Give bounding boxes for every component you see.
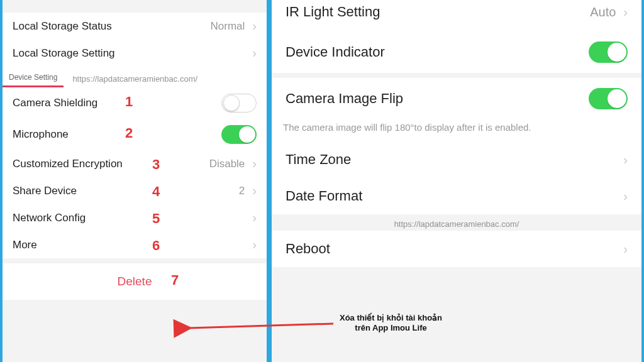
chevron-right-icon: › xyxy=(252,184,257,198)
chevron-right-icon: › xyxy=(252,19,257,33)
chevron-right-icon: › xyxy=(623,189,628,204)
tab-bar: Device Setting https://lapdatcameramienb… xyxy=(3,67,267,87)
annotation-number-2: 2 xyxy=(125,125,133,141)
ir-light-row[interactable]: IR Light Setting Auto › xyxy=(272,0,641,31)
chevron-right-icon: › xyxy=(252,156,257,171)
local-storage-status-value: Normal xyxy=(211,20,245,33)
local-storage-status-label: Local Storage Status xyxy=(13,20,112,33)
reboot-label: Reboot xyxy=(286,241,330,257)
customized-encryption-value: Disable xyxy=(209,158,245,170)
annotation-note: Xóa thiết bị khỏi tài khoản trên App Imo… xyxy=(340,313,442,334)
camera-shielding-toggle[interactable] xyxy=(221,94,257,112)
ir-light-value: Auto xyxy=(590,5,616,19)
camera-shielding-label: Camera Shielding xyxy=(13,97,97,109)
share-device-label: Share Device xyxy=(13,185,77,197)
microphone-row[interactable]: Microphone xyxy=(3,119,267,150)
tab-device-setting[interactable]: Device Setting xyxy=(3,69,64,87)
annotation-number-5: 5 xyxy=(152,211,160,227)
annotation-number-3: 3 xyxy=(152,156,160,173)
camera-image-flip-toggle[interactable] xyxy=(589,88,628,109)
annotation-number-1: 1 xyxy=(125,94,133,110)
camera-image-flip-label: Camera Image Flip xyxy=(286,90,403,107)
ir-light-label: IR Light Setting xyxy=(286,4,380,20)
chevron-right-icon: › xyxy=(252,238,257,252)
annotation-number-6: 6 xyxy=(152,238,160,254)
watermark-text: https://lapdatcameramienbac.com/ xyxy=(394,219,519,229)
camera-shielding-row[interactable]: Camera Shielding xyxy=(3,87,267,119)
microphone-toggle[interactable] xyxy=(221,125,257,144)
local-storage-setting-row[interactable]: Local Storage Setting › xyxy=(3,40,267,67)
date-format-row[interactable]: Date Format › xyxy=(272,178,641,214)
network-config-row[interactable]: Network Config › xyxy=(3,204,267,231)
microphone-label: Microphone xyxy=(13,128,69,141)
date-format-label: Date Format xyxy=(286,188,362,204)
time-zone-label: Time Zone xyxy=(286,151,351,168)
watermark-text: https://lapdatcameramienbac.com/ xyxy=(72,74,197,87)
local-storage-setting-label: Local Storage Setting xyxy=(13,47,115,60)
chevron-right-icon: › xyxy=(623,5,628,19)
device-indicator-label: Device Indicator xyxy=(286,44,385,60)
chevron-right-icon: › xyxy=(252,46,257,60)
chevron-right-icon: › xyxy=(623,153,628,167)
delete-label: Delete xyxy=(118,275,152,288)
time-zone-row[interactable]: Time Zone › xyxy=(272,141,641,178)
delete-button[interactable]: Delete 7 xyxy=(3,263,267,300)
share-device-value: 2 xyxy=(239,185,245,197)
chevron-right-icon: › xyxy=(252,211,257,225)
network-config-label: Network Config xyxy=(13,212,86,224)
device-indicator-toggle[interactable] xyxy=(589,41,628,63)
more-row[interactable]: More › xyxy=(3,231,267,258)
share-device-row[interactable]: Share Device 2 › xyxy=(3,177,267,204)
camera-image-flip-hint: The camera image will flip 180°to displa… xyxy=(272,119,641,141)
annotation-number-7: 7 xyxy=(171,272,179,288)
annotation-number-4: 4 xyxy=(152,184,160,200)
customized-encryption-label: Customized Encryption xyxy=(13,158,123,170)
camera-image-flip-row[interactable]: Camera Image Flip xyxy=(272,78,641,119)
chevron-right-icon: › xyxy=(623,242,628,256)
local-storage-status-row[interactable]: Local Storage Status Normal › xyxy=(3,13,267,40)
reboot-row[interactable]: Reboot › xyxy=(272,231,641,267)
device-indicator-row[interactable]: Device Indicator xyxy=(272,31,641,73)
customized-encryption-row[interactable]: Customized Encryption Disable › xyxy=(3,150,267,177)
more-label: More xyxy=(13,239,37,251)
